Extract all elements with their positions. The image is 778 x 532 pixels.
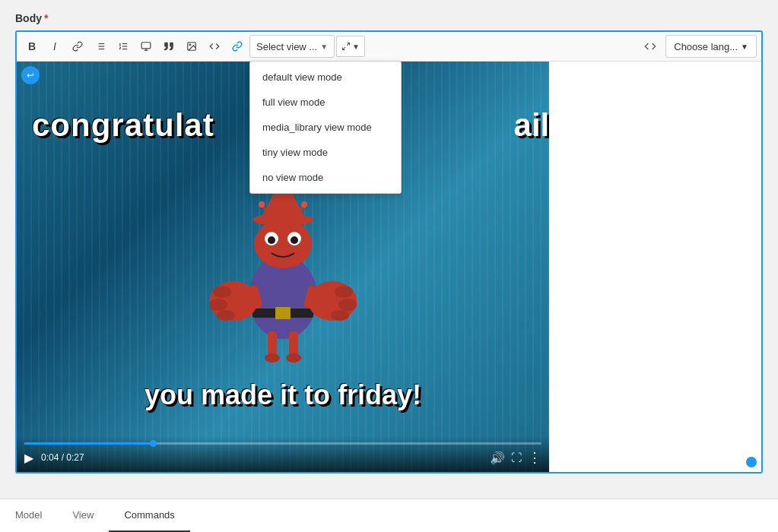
volume-button[interactable]: 🔊	[490, 451, 505, 465]
fullscreen-video-button[interactable]: ⛶	[511, 451, 522, 464]
link-button[interactable]	[67, 36, 88, 57]
svg-point-26	[213, 286, 231, 298]
svg-point-32	[338, 299, 357, 311]
dropdown-item-full[interactable]: full view mode	[250, 90, 401, 115]
editor-container: B I	[15, 30, 763, 473]
bottom-tabs: Model View Commands	[0, 499, 778, 532]
media-button[interactable]	[135, 36, 157, 57]
svg-point-20	[268, 236, 275, 244]
required-indicator: *	[44, 12, 48, 24]
fullscreen-button[interactable]: ▼	[336, 36, 365, 57]
resize-handle[interactable]	[746, 457, 757, 467]
trailer-text: ailer	[514, 107, 549, 144]
progress-bar[interactable]	[24, 442, 541, 445]
dropdown-item-tiny[interactable]: tiny view mode	[250, 140, 401, 165]
congratulations-text: congratulat	[32, 107, 214, 144]
svg-point-31	[335, 286, 353, 298]
controls-left: ▶ 0:04 / 0:27	[24, 451, 84, 465]
dropdown-item-media-library[interactable]: media_library view mode	[250, 115, 401, 140]
svg-line-12	[347, 43, 350, 46]
play-button[interactable]: ▶	[24, 451, 33, 465]
svg-rect-9	[141, 43, 151, 49]
toolbar-right: Choose lang... ▼	[638, 35, 757, 58]
tab-view[interactable]: View	[57, 499, 109, 532]
svg-point-37	[265, 353, 280, 363]
friday-text: you made it to friday!	[24, 379, 541, 411]
time-display: 0:04 / 0:27	[41, 452, 84, 463]
svg-point-28	[217, 310, 235, 321]
view-mode-dropdown: default view mode full view mode media_l…	[249, 61, 402, 194]
choose-lang-chevron: ▼	[741, 43, 748, 51]
ordered-list-button[interactable]	[113, 36, 134, 57]
bold-button[interactable]: B	[21, 36, 43, 57]
tab-model[interactable]: Model	[0, 499, 57, 532]
more-options-button[interactable]: ⋮	[528, 449, 541, 466]
choose-lang-button[interactable]: Choose lang... ▼	[665, 35, 757, 58]
tab-commands[interactable]: Commands	[109, 499, 189, 532]
svg-line-13	[343, 47, 346, 50]
source-code-button[interactable]	[638, 35, 662, 58]
link2-button[interactable]	[227, 36, 248, 57]
choose-lang-label: Choose lang...	[674, 41, 738, 52]
body-field-label: Body *	[15, 12, 763, 24]
svg-point-21	[291, 236, 298, 244]
list-button[interactable]	[90, 36, 111, 57]
controls-row: ▶ 0:04 / 0:27 🔊 ⛶ ⋮	[24, 449, 541, 466]
svg-point-38	[286, 353, 301, 363]
white-area	[549, 62, 761, 472]
back-button[interactable]: ↩	[21, 66, 40, 84]
italic-button[interactable]: I	[44, 36, 65, 57]
select-view-chevron: ▼	[320, 43, 328, 51]
svg-point-11	[189, 44, 191, 46]
svg-point-27	[209, 299, 227, 311]
toolbar: B I	[17, 32, 761, 62]
video-controls: ▶ 0:04 / 0:27 🔊 ⛶ ⋮	[17, 436, 549, 472]
select-view-wrapper: Select view ... ▼ default view mode full…	[249, 35, 335, 58]
svg-point-42	[301, 201, 307, 207]
select-view-label: Select view ...	[256, 41, 317, 52]
embed-button[interactable]	[204, 36, 225, 57]
svg-point-40	[259, 201, 265, 207]
quote-button[interactable]	[158, 36, 179, 57]
controls-right: 🔊 ⛶ ⋮	[490, 449, 541, 466]
svg-point-17	[254, 220, 312, 268]
progress-fill	[24, 442, 154, 445]
svg-point-33	[331, 310, 349, 321]
character-figure	[207, 168, 359, 381]
image-button[interactable]	[181, 36, 202, 57]
select-view-button[interactable]: Select view ... ▼	[249, 35, 335, 58]
dropdown-item-default[interactable]: default view mode	[250, 65, 401, 90]
svg-rect-16	[275, 307, 291, 319]
label-text: Body	[15, 12, 42, 24]
dropdown-item-no[interactable]: no view mode	[250, 165, 401, 190]
